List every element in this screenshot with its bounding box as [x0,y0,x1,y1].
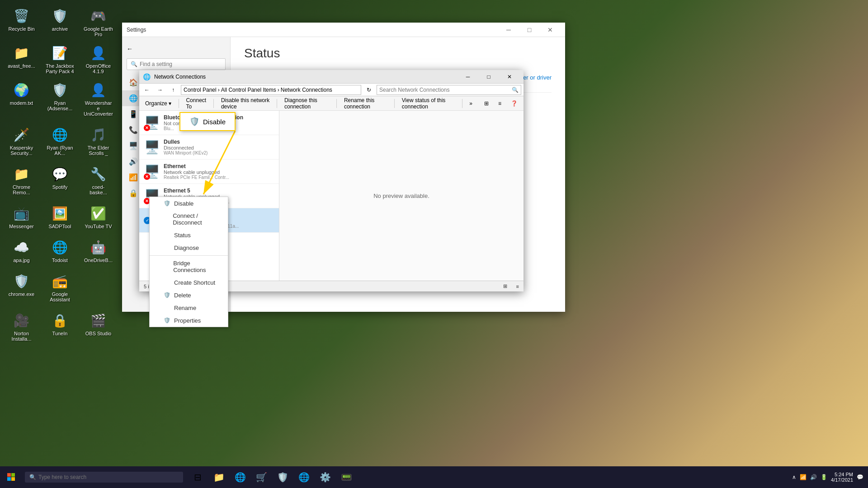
taskbar-battery-icon[interactable]: 🔋 [821,474,827,480]
nav-forward-button[interactable]: → [155,84,165,95]
desktop-icon-todoist[interactable]: ✅ YouTube TV [81,202,115,231]
ctx-delete[interactable]: 🛡️ Delete [150,289,228,301]
desktop-icon-archive[interactable]: 📁 avast_free... [5,42,38,76]
settings-search-input[interactable] [140,61,222,67]
netconn-minimize-button[interactable]: ─ [458,70,478,84]
desktop-icon-recycle-bin[interactable]: 🗑️ Recycle Bin [5,5,38,39]
taskbar-network-icon[interactable]: 📶 [800,474,807,480]
view-detail-icon[interactable]: ≡ [516,284,519,289]
nav-refresh-button[interactable]: ↻ [363,84,374,95]
breadcrumb-sep1: › [218,87,220,93]
taskbar-chevron[interactable]: ∧ [792,474,796,480]
desktop-icon-google-asst[interactable]: 🤖 OneDriveB... [81,236,115,265]
desktop-icon-ryan-ryan[interactable]: 👤 Wondershare UniConverter [81,79,115,119]
netconn-close-button[interactable]: ✕ [499,70,520,84]
desktop-icon-norton[interactable]: 🛡️ chrome.exe [5,270,38,305]
desktop-icon-kaspersky[interactable]: 🛡️ Ryan (Adsense... [43,79,77,119]
apa-icon: 🖼️ [51,204,69,222]
archive-icon: 📁 [13,44,31,62]
ctx-disable[interactable]: 🛡️ Disable [150,197,228,210]
ctx-shortcut-icon [163,279,170,286]
taskbar-edge[interactable]: 🌐 [230,467,250,487]
connect-to-button[interactable]: Connect To [182,96,210,111]
help-button[interactable]: ❓ [507,99,521,108]
more-toolbar-button[interactable]: » [466,99,476,108]
ctx-connect-disconnect[interactable]: Connect / Disconnect [150,210,228,229]
ctx-shortcut[interactable]: Create Shortcut [150,276,228,289]
desktop-icon-messenger[interactable]: 💬 Spotify [43,163,77,197]
taskbar-notification-icon[interactable]: 💬 [857,474,863,480]
ctx-diagnose[interactable]: Diagnose [150,241,228,254]
settings-close-button[interactable]: ✕ [540,23,561,37]
desktop-icon-kaspersky-vpn[interactable]: 🔒 TuneIn [43,309,77,344]
modem-icon: 📝 [51,44,69,62]
desktop-icon-obs[interactable]: 🎥 Norton Installa... [5,309,38,344]
desktop-icon-coed[interactable]: 📁 Chrome Remo... [5,163,38,197]
ctx-properties[interactable]: 🛡️ Properties [150,314,228,327]
desktop-icon-google-earth[interactable]: 🌍 modem.txt [5,79,38,119]
desktop-icon-youtube[interactable]: 📺 Messenger [5,202,38,231]
conn-item-ethernet[interactable]: 🖥️ ✕ Ethernet Network cable unplugged Re… [139,160,279,184]
desktop-icon-jackbox[interactable]: 🎮 Google Earth Pro [81,5,115,39]
ctx-properties-label: Properties [174,317,201,324]
taskbar-security[interactable]: 🛡️ [273,467,292,487]
ctx-properties-icon: 🛡️ [163,317,170,324]
ctx-status[interactable]: Status [150,229,228,241]
desktop-icon-modem[interactable]: 📝 The Jackbox Party Pack 4 [43,42,77,76]
taskbar-settings[interactable]: ⚙️ [315,467,335,487]
breadcrumb[interactable]: Control Panel › All Control Panel Items … [181,85,361,95]
conn-item-dulles[interactable]: 🖥️ Dulles Disconnected WAN Miniport (IKE… [139,135,279,160]
nav-up-button[interactable]: ↑ [168,84,179,95]
spotify-label: The Elder Scrolls _ [84,145,113,156]
start-button[interactable] [0,466,23,488]
desktop-icon-vlc[interactable]: 🎬 OBS Studio [81,309,115,344]
rename-button[interactable]: Rename this connection [340,96,391,111]
view-details-button[interactable]: ≡ [495,99,505,108]
sound-icon: 🔊 [129,157,138,166]
desktop-icon-chrome-exe[interactable]: 🌐 Todoist [43,236,77,265]
taskbar-cmd[interactable]: 📟 [336,467,356,487]
desktop-icon-spotify[interactable]: 🎵 The Elder Scrolls _ [81,123,115,158]
desktop-icon-ryan-adsense[interactable]: 👤 OpenOffice 4.1.9 [81,42,115,76]
desktop-icon-apa[interactable]: 🖼️ SADPTool [43,202,77,231]
disable-device-button[interactable]: Disable this network device [217,96,273,111]
taskbar: 🔍 ⊟ 📁 🌐 🛒 🛡️ 🌐 ⚙️ 📟 ∧ 📶 🔊 🔋 5:24 PM 4/17… [0,466,868,488]
settings-maximize-button[interactable]: □ [519,23,540,37]
desktop-icon-sadptool[interactable]: 🔧 coed-baske... [81,163,115,197]
taskbar-volume-icon[interactable]: 🔊 [810,474,817,480]
ctx-rename[interactable]: Rename [150,301,228,314]
view-status-button[interactable]: View status of this connection [398,96,458,111]
nav-back-button[interactable]: ← [142,84,152,95]
tunein-icon: 📻 [51,272,69,290]
ethernet-adapter: Realtek PCIe FE Famil... Contr... [164,175,274,180]
netconn-maximize-button[interactable]: □ [478,70,499,84]
desktop-icon-avast[interactable]: 🛡️ archive [43,5,77,39]
settings-back-button[interactable]: ← [122,42,230,56]
diagnose-button[interactable]: Diagnose this connection [281,96,333,111]
taskbar-store[interactable]: 🛒 [251,467,271,487]
desktop-icon-elder-scrolls[interactable]: 🗡️ Kaspersky Security... [5,123,38,158]
desktop-icon-onedrive[interactable]: ☁️ apa.jpg [5,236,38,265]
organize-button[interactable]: Organize ▾ [142,99,175,108]
disable-popup[interactable]: 🛡️ Disable [179,112,236,131]
view-icons-button[interactable]: ⊞ [481,99,492,108]
ctx-bridge[interactable]: Bridge Connections [150,257,228,276]
taskview-button[interactable]: ⊟ [188,467,208,487]
view-list-icon[interactable]: ⊞ [503,283,507,289]
netconn-search-input[interactable] [379,87,512,93]
ethernet-conn-icon: 🖥️ ✕ [144,164,160,180]
netconn-window-controls: ─ □ ✕ [458,70,520,84]
taskbar-file-explorer[interactable]: 📁 [209,467,229,487]
ethernet-name: Ethernet [164,163,274,169]
taskbar-chrome[interactable]: 🌐 [294,467,314,487]
taskbar-search-bar[interactable]: 🔍 [25,472,183,483]
desktop-icon-tunein[interactable]: 📻 Google Assistant [43,270,77,305]
netconn-titlebar-icon: 🌐 [143,73,151,80]
netconn-search-box[interactable]: 🔍 [377,85,521,95]
taskbar-search-input[interactable] [38,474,165,480]
settings-minimize-button[interactable]: ─ [498,23,519,37]
taskbar-clock[interactable]: 5:24 PM 4/17/2021 [831,472,853,483]
todoist-label: YouTube TV [85,224,112,229]
settings-search-box[interactable]: 🔍 [127,58,226,70]
desktop-icon-chrome-remote[interactable]: 🌐 Ryan (Ryan AK... [43,123,77,158]
